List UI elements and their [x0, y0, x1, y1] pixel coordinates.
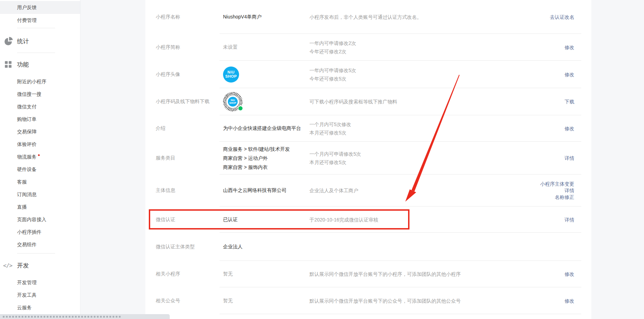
sidebar-item-cloud-services[interactable]: 云服务 [0, 302, 80, 314]
sidebar-section-label: 功能 [17, 61, 29, 69]
sidebar-item-page-content-access[interactable]: 页面内容接入 [0, 213, 80, 226]
row-description: 默认展示同个微信开放平台账号下的公众号，可添加团队的其他公众号 [309, 297, 526, 305]
row-description: 一年内可申请修改2次今年还可修改2次 [309, 39, 505, 56]
row-label: 微信认证 [156, 217, 219, 223]
row-description: 企业法人及个体工商户 [309, 186, 505, 195]
sidebar-item-payment-management[interactable]: 付费管理 [0, 14, 80, 27]
sidebar-section-statistics[interactable]: 统计 [0, 35, 80, 47]
table-row-miniprogram-name: 小程序名称 NiushopV4单商户 小程序发布后，非个人类账号可通过认证方式改… [145, 0, 591, 34]
table-row-related-official-accounts: 相关公众号 暂无 默认展示同个微信开放平台账号下的公众号，可添加团队的其他公众号… [145, 287, 591, 314]
qr-cell: NiUSHOP [223, 92, 307, 111]
wechat-mp-settings-page: 用户反馈 付费管理 统计 功能 附近的小程序 微信搜一搜 微信支付 购物订单 交… [0, 0, 644, 319]
row-label: 微信认证主体类型 [156, 244, 219, 250]
sidebar: 用户反馈 付费管理 统计 功能 附近的小程序 微信搜一搜 微信支付 购物订单 交… [0, 0, 80, 319]
sidebar-item-transaction-guarantee[interactable]: 交易保障 [0, 126, 80, 138]
related-miniprograms-value: 暂无 [223, 271, 307, 277]
browser-status-bar [0, 314, 170, 319]
table-row-miniprogram-code: 小程序码及线下物料下载 NiUSHOP 可下载小程序码及搜索框等线下推广物料 下… [145, 88, 591, 115]
avatar-cell: NiU SHOP [223, 67, 307, 83]
settings-table: 小程序名称 NiushopV4单商户 小程序发布后，非个人类账号可通过认证方式改… [145, 0, 591, 319]
sidebar-item-subscription-messages[interactable]: 订阅消息 [0, 188, 80, 201]
row-description: 小程序发布后，非个人类账号可通过认证方式改名。 [309, 13, 505, 21]
sidebar-divider [17, 53, 55, 53]
sidebar-item-shopping-orders[interactable]: 购物订单 [0, 113, 80, 126]
sidebar-item-hardware-devices[interactable]: 硬件设备 [0, 163, 80, 176]
sidebar-item-miniprogram-plugins[interactable]: 小程序插件 [0, 226, 80, 239]
sidebar-divider [17, 28, 55, 28]
miniprogram-avatar: NiU SHOP [223, 67, 239, 83]
download-link[interactable]: 下载 [565, 99, 574, 105]
table-row-service-categories: 服务类目 商业服务 > 软件/建站/技术开发 商家自营 > 运动户外 商家自营 … [145, 142, 591, 174]
table-row-miniprogram-avatar: 小程序头像 NiU SHOP 一年内可申请修改5次今年还可修改5次 修改 [145, 61, 591, 88]
miniprogram-name-value: NiushopV4单商户 [223, 14, 307, 20]
table-row-miniprogram-abbreviation: 小程序简称 未设置 一年内可申请修改2次今年还可修改2次 修改 [145, 34, 591, 61]
row-description: 可下载小程序码及搜索框等线下推广物料 [309, 98, 505, 106]
sidebar-section-label: 开发 [17, 262, 29, 270]
entity-type-value: 企业法人 [223, 244, 307, 250]
pie-chart-icon [5, 37, 13, 45]
sidebar-item-experience-rating[interactable]: 体验评价 [0, 138, 80, 151]
code-icon: </> [3, 262, 12, 269]
go-verify-rename-link[interactable]: 去认证改名 [550, 14, 574, 20]
row-label: 小程序头像 [156, 71, 219, 78]
verification-status-value: 已认证 [223, 217, 307, 223]
row-label: 小程序名称 [156, 14, 219, 20]
details-link[interactable]: 详情 [565, 216, 574, 223]
table-row-verification-entity-type: 微信认证主体类型 企业法人 [145, 233, 591, 261]
details-link[interactable]: 详情 [540, 187, 574, 194]
name-correction-link[interactable]: 名称修正 [540, 194, 574, 201]
sidebar-item-label: 物流服务 [17, 154, 37, 160]
row-label: 相关公众号 [156, 298, 219, 304]
row-description: 默认展示同个微信开放平台账号下的小程序，可添加团队的其他小程序 [309, 270, 526, 278]
status-bar-text-placeholder [3, 316, 121, 318]
row-description: 一个月内可5次修改本月还可修改5次 [309, 120, 505, 137]
row-description: 一年内可申请修改5次今年还可修改5次 [309, 66, 505, 83]
sidebar-item-user-feedback[interactable]: 用户反馈 [0, 1, 80, 14]
entity-change-link[interactable]: 小程序主体变更 [540, 181, 574, 187]
row-label: 服务类目 [156, 155, 219, 161]
modify-link[interactable]: 修改 [565, 297, 574, 304]
modify-link[interactable]: 修改 [565, 71, 574, 78]
qr-center-logo: NiUSHOP [228, 97, 238, 107]
row-label: 主体信息 [156, 187, 219, 194]
sidebar-item-wechat-pay[interactable]: 微信支付 [0, 101, 80, 113]
row-label: 介绍 [156, 125, 219, 132]
sidebar-section-label: 统计 [17, 37, 29, 45]
sidebar-item-live-streaming[interactable]: 直播 [0, 201, 80, 213]
sidebar-item-customer-service[interactable]: 客服 [0, 176, 80, 188]
sidebar-item-logistics-service[interactable]: 物流服务 [0, 151, 80, 163]
table-row-introduction: 介绍 为中小企业快速搭建企业级电商平台 一个月内可5次修改本月还可修改5次 修改 [145, 115, 591, 142]
wechat-badge-icon [238, 106, 243, 111]
row-description: 一个月内可申请修改5次本月还可修改5次 [309, 150, 505, 166]
sidebar-item-dev-tools[interactable]: 开发工具 [0, 289, 80, 302]
related-accounts-value: 暂无 [223, 298, 307, 304]
row-description: 于2020-10-16完成微信认证审核 [309, 216, 505, 224]
details-link[interactable]: 详情 [565, 155, 574, 162]
notification-dot-icon [38, 154, 40, 156]
modify-link[interactable]: 修改 [565, 271, 574, 278]
row-label: 小程序码及线下物料下载 [156, 99, 219, 105]
sidebar-item-dev-management[interactable]: 开发管理 [0, 277, 80, 289]
table-row-related-miniprograms: 相关小程序 暂无 默认展示同个微信开放平台账号下的小程序，可添加团队的其他小程序… [145, 261, 591, 287]
sidebar-item-nearby-miniprograms[interactable]: 附近的小程序 [0, 76, 80, 88]
sidebar-item-trading-components[interactable]: 交易组件 [0, 239, 80, 251]
row-label: 小程序简称 [156, 44, 219, 50]
avatar-text: SHOP [225, 75, 237, 79]
sidebar-item-wechat-search[interactable]: 微信搜一搜 [0, 88, 80, 101]
sidebar-divider [17, 253, 55, 254]
abbreviation-value: 未设置 [223, 44, 307, 50]
modify-link[interactable]: 修改 [565, 44, 574, 50]
grid-icon [5, 61, 12, 68]
table-row-wechat-verification: 微信认证 已认证 于2020-10-16完成微信认证审核 详情 [145, 207, 591, 233]
table-row-entity-info: 主体信息 山西牛之云网络科技有限公司 企业法人及个体工商户 小程序主体变更 详情… [145, 174, 591, 207]
miniprogram-qr-code: NiUSHOP [223, 92, 243, 111]
row-label: 相关小程序 [156, 271, 219, 277]
modify-link[interactable]: 修改 [565, 125, 574, 132]
sidebar-section-features[interactable]: 功能 [0, 58, 80, 71]
sidebar-section-development[interactable]: </> 开发 [0, 259, 80, 272]
